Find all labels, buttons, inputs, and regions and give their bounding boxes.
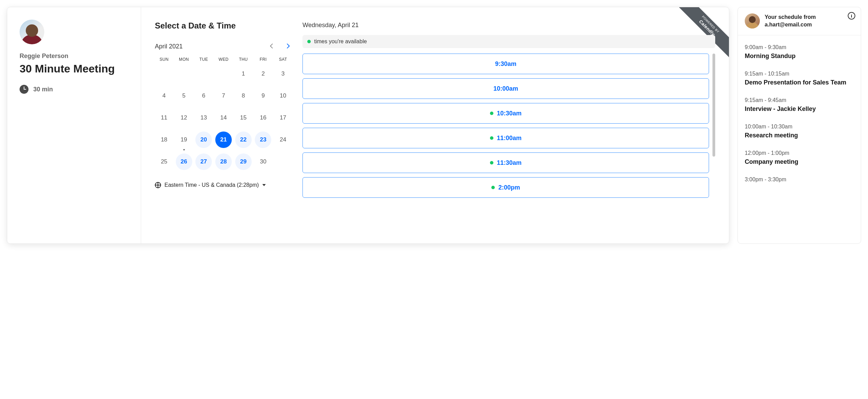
calendar-day[interactable]: 22 [234, 131, 253, 148]
calendar-day[interactable]: 21 [214, 131, 233, 148]
schedule-card: Your schedule from a.hart@email.com i 9:… [738, 7, 861, 244]
dow-label: SAT [274, 57, 292, 62]
calendar-week: 18192021222324 [155, 131, 292, 148]
day-of-week-row: SUNMONTUEWEDTHUFRISAT [155, 57, 292, 62]
calendar-day-empty [274, 153, 292, 170]
dow-label: TUE [194, 57, 213, 62]
info-button[interactable]: i [848, 12, 855, 20]
schedule-header: Your schedule from a.hart@email.com i [738, 7, 861, 35]
duration-label: 30 min [33, 86, 53, 93]
calendar-day-empty [194, 65, 213, 82]
schedule-event: 12:00pm - 1:00pmCompany meeting [745, 145, 854, 171]
calendar-week: 123 [155, 65, 292, 82]
scheduler-card: POWERED BY Calendly Reggie Peterson 30 M… [7, 7, 729, 244]
calendar-day[interactable]: 29 [234, 153, 253, 170]
calendar-day[interactable]: 27 [194, 153, 213, 170]
timezone-picker[interactable]: Eastern Time - US & Canada (2:28pm) [155, 182, 292, 188]
globe-icon [155, 182, 161, 188]
availability-dot-icon [491, 186, 495, 189]
scrollbar[interactable] [712, 54, 715, 157]
availability-dot-icon [307, 40, 311, 43]
calendar-day: 4 [155, 87, 173, 104]
calendar-day: 16 [254, 109, 273, 126]
calendar-day-empty [155, 65, 173, 82]
time-slot[interactable]: 10:30am [302, 103, 709, 124]
host-panel: Reggie Peterson 30 Minute Meeting 30 min [7, 7, 141, 243]
slots-scroll: 9:30am10:00am10:30am11:00am11:30am2:00pm [302, 54, 715, 233]
calendar-day: 24 [274, 131, 292, 148]
calendar-day: 9 [254, 87, 273, 104]
selected-date-heading: Wednesday, April 21 [302, 22, 715, 29]
schedule-event: 3:00pm - 3:30pm [745, 171, 854, 190]
event-time: 9:15am - 9:45am [745, 97, 854, 103]
time-slot-label: 10:00am [493, 85, 518, 92]
dow-label: THU [234, 57, 253, 62]
chevron-left-icon [269, 44, 274, 48]
schedule-event: 10:00am - 10:30amResearch meeting [745, 118, 854, 145]
calendar-day: 10 [274, 87, 292, 104]
calendar-day[interactable]: 23 [254, 131, 273, 148]
time-slot[interactable]: 2:00pm [302, 177, 709, 198]
month-label: April 2021 [155, 43, 183, 50]
availability-dot-icon [490, 161, 493, 164]
chevron-down-icon [262, 184, 266, 186]
schedule-events: 9:00am - 9:30amMorning Standup9:15am - 1… [738, 35, 861, 197]
calendar-day-empty [175, 65, 193, 82]
time-slot[interactable]: 10:00am [302, 78, 709, 99]
event-title: Interview - Jackie Kelley [745, 105, 854, 113]
availability-dot-icon [490, 112, 493, 115]
times-column: Wednesday, April 21 times you're availab… [302, 21, 715, 233]
timezone-label: Eastern Time - US & Canada (2:28pm) [164, 182, 259, 188]
host-name: Reggie Peterson [20, 53, 128, 60]
event-title: Demo Presentation for Sales Team [745, 79, 854, 86]
next-month-button[interactable] [285, 42, 292, 51]
calendar-day: 14 [214, 109, 233, 126]
calendar-day: 6 [194, 87, 213, 104]
schedule-event: 9:00am - 9:30amMorning Standup [745, 39, 854, 65]
event-time: 9:00am - 9:30am [745, 44, 854, 50]
calendar-day: 25 [155, 153, 173, 170]
calendar-day: 18 [155, 131, 173, 148]
dow-label: MON [175, 57, 193, 62]
time-slot[interactable]: 11:30am [302, 152, 709, 173]
calendar-week: 252627282930 [155, 153, 292, 170]
dow-label: SUN [155, 57, 173, 62]
host-avatar [20, 20, 44, 44]
time-slot-label: 9:30am [495, 60, 516, 68]
schedule-header-line2: a.hart@email.com [765, 21, 816, 28]
time-slot-label: 11:00am [497, 135, 522, 142]
event-title: Morning Standup [745, 53, 854, 60]
event-time: 9:15am - 10:15am [745, 71, 854, 77]
availability-legend: times you're available [302, 35, 715, 48]
event-title: Company meeting [745, 158, 854, 166]
time-slot-label: 10:30am [497, 110, 522, 117]
time-slot[interactable]: 9:30am [302, 54, 709, 74]
picker-panel: Select a Date & Time April 2021 SUNMONTU… [141, 7, 729, 243]
calendar-day: 15 [234, 109, 253, 126]
calendar-day: 11 [155, 109, 173, 126]
schedule-event: 9:15am - 10:15amDemo Presentation for Sa… [745, 65, 854, 92]
event-time: 3:00pm - 3:30pm [745, 176, 854, 183]
meeting-title: 30 Minute Meeting [20, 62, 128, 75]
calendar-day: 7 [214, 87, 233, 104]
calendar-day: 13 [194, 109, 213, 126]
month-nav [267, 42, 292, 51]
dow-label: FRI [254, 57, 273, 62]
calendar-day[interactable]: 26 [175, 153, 193, 170]
schedule-header-line1: Your schedule from [765, 13, 816, 21]
event-time: 10:00am - 10:30am [745, 124, 854, 130]
event-title: Research meeting [745, 132, 854, 139]
calendar-day[interactable]: 20 [194, 131, 213, 148]
calendar-day: 30 [254, 153, 273, 170]
calendar-weeks: 1234567891011121314151617181920212223242… [155, 65, 292, 170]
prev-month-button[interactable] [267, 42, 275, 51]
calendar-week: 45678910 [155, 87, 292, 104]
picker-heading: Select a Date & Time [155, 21, 292, 31]
time-slot[interactable]: 11:00am [302, 128, 709, 148]
month-row: April 2021 [155, 42, 292, 51]
duration-row: 30 min [20, 85, 128, 94]
calendar-day[interactable]: 28 [214, 153, 233, 170]
calendar-day: 19 [175, 131, 193, 148]
schedule-event: 9:15am - 9:45amInterview - Jackie Kelley [745, 92, 854, 118]
availability-dot-icon [490, 136, 493, 140]
